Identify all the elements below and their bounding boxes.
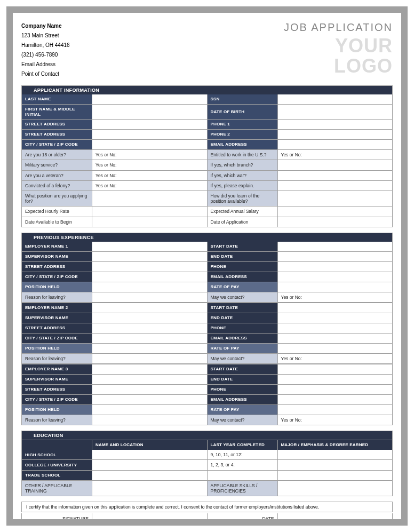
field-label: LAST NAME	[22, 94, 92, 104]
signature-field[interactable]	[92, 513, 208, 524]
edu-name-input[interactable]	[92, 450, 208, 459]
field-input[interactable]	[92, 344, 208, 353]
date-field[interactable]	[278, 513, 393, 524]
field-input[interactable]	[278, 120, 393, 129]
edu-name-input[interactable]	[92, 460, 208, 470]
form-row: Expected Hourly RateExpected Annual Sala…	[22, 206, 392, 216]
field-input[interactable]	[92, 217, 208, 227]
edu-major-input[interactable]	[278, 471, 393, 480]
field-label: Entitled to work in the U.S.?	[208, 150, 278, 160]
field-input[interactable]	[92, 375, 208, 384]
edu-year[interactable]	[208, 471, 278, 480]
field-input[interactable]: Yes or No:	[92, 171, 208, 180]
field-input[interactable]	[278, 207, 393, 216]
field-input[interactable]	[92, 313, 208, 323]
field-input[interactable]	[278, 252, 393, 261]
field-input[interactable]: Yes or No:	[92, 160, 208, 170]
field-input[interactable]: Yes or No:	[278, 354, 393, 363]
field-input[interactable]	[278, 303, 393, 313]
form-row: Convicted of a felony?Yes or No:If yes, …	[22, 180, 392, 190]
field-label: PHONE	[208, 385, 278, 394]
form-row: SUPERVISOR NAMEEND DATE	[22, 313, 392, 323]
field-input[interactable]	[92, 252, 208, 261]
field-input[interactable]	[92, 395, 208, 404]
field-input[interactable]	[92, 354, 208, 363]
field-label: EMPLOYER NAME 2	[22, 303, 92, 313]
page: Company Name 123 Main Street Hamilton, O…	[6, 6, 408, 526]
field-input[interactable]	[278, 191, 393, 206]
field-input[interactable]	[92, 364, 208, 374]
field-input[interactable]	[278, 334, 393, 343]
form-row: STREET ADDRESSPHONE	[22, 261, 392, 272]
field-input[interactable]	[278, 262, 393, 272]
field-input[interactable]	[92, 262, 208, 272]
signature-label: SIGNATURE	[22, 513, 92, 524]
field-input[interactable]: Yes or No:	[278, 150, 393, 160]
field-input[interactable]	[278, 242, 393, 251]
edu-major-input[interactable]	[278, 481, 393, 496]
field-input[interactable]	[92, 303, 208, 313]
field-label: CITY / STATE / ZIP CODE	[22, 140, 92, 149]
field-input[interactable]	[92, 282, 208, 292]
edu-major-input[interactable]	[278, 460, 393, 470]
field-input[interactable]	[92, 292, 208, 302]
edu-name-input[interactable]	[92, 471, 208, 480]
field-input[interactable]: Yes or No:	[278, 415, 393, 425]
field-input[interactable]	[278, 313, 393, 323]
field-input[interactable]	[92, 94, 208, 104]
field-label: POSITION HELD	[22, 405, 92, 415]
field-input[interactable]	[92, 130, 208, 139]
field-input[interactable]	[92, 272, 208, 282]
field-input[interactable]	[92, 334, 208, 343]
form-row: EMPLOYER NAME 1START DATE	[22, 242, 392, 251]
field-input[interactable]: Yes or No:	[92, 181, 208, 190]
field-input[interactable]	[92, 191, 208, 206]
form-row: SUPERVISOR NAMEEND DATE	[22, 374, 392, 384]
field-input[interactable]	[92, 323, 208, 333]
field-input[interactable]	[278, 171, 393, 180]
field-input[interactable]	[278, 282, 393, 292]
field-input[interactable]	[278, 375, 393, 384]
section-applicant: APPLICANT INFORMATION LAST NAMESSNFIRST …	[21, 85, 393, 227]
field-input[interactable]	[278, 364, 393, 374]
field-input[interactable]	[278, 217, 393, 227]
field-input[interactable]	[278, 105, 393, 119]
edu-col-blank	[22, 440, 92, 450]
field-input[interactable]	[278, 272, 393, 282]
field-input[interactable]	[278, 130, 393, 139]
field-label: START DATE	[208, 242, 278, 251]
field-input[interactable]	[278, 395, 393, 404]
field-input[interactable]	[278, 181, 393, 190]
field-label: DATE OF BIRTH	[208, 105, 278, 119]
edu-major-input[interactable]	[278, 450, 393, 459]
field-input[interactable]	[92, 242, 208, 251]
field-input[interactable]	[278, 405, 393, 415]
field-input[interactable]	[278, 160, 393, 170]
field-input[interactable]	[278, 323, 393, 333]
form-row: Military service?Yes or No:If yes, which…	[22, 160, 392, 170]
field-input[interactable]	[92, 207, 208, 216]
field-input[interactable]	[92, 385, 208, 394]
form-row: STREET ADDRESSPHONE 2	[22, 129, 392, 139]
field-input[interactable]	[278, 344, 393, 353]
field-input[interactable]	[92, 140, 208, 149]
field-label: If yes, please explain.	[208, 181, 278, 190]
field-input[interactable]	[278, 385, 393, 394]
field-label: Date of Application	[208, 217, 278, 227]
field-input[interactable]: Yes or No:	[278, 292, 393, 302]
field-input[interactable]: Yes or No:	[92, 150, 208, 160]
field-label: EMPLOYER NAME 3	[22, 364, 92, 374]
field-input[interactable]	[278, 140, 393, 149]
title-area: JOB APPLICATION YOUR LOGO	[284, 21, 393, 76]
field-input[interactable]	[278, 94, 393, 104]
edu-level: COLLEGE / UNIVERSITY	[22, 460, 92, 470]
edu-name-input[interactable]	[92, 481, 208, 496]
edu-year[interactable]: 1, 2, 3, or 4:	[208, 460, 278, 470]
form-row: POSITION HELDRATE OF PAY	[22, 404, 392, 415]
field-input[interactable]	[92, 415, 208, 425]
field-input[interactable]	[92, 405, 208, 415]
field-input[interactable]	[92, 120, 208, 129]
field-label: START DATE	[208, 303, 278, 313]
field-input[interactable]	[92, 105, 208, 119]
edu-year[interactable]: 9, 10, 11, or 12:	[208, 450, 278, 459]
